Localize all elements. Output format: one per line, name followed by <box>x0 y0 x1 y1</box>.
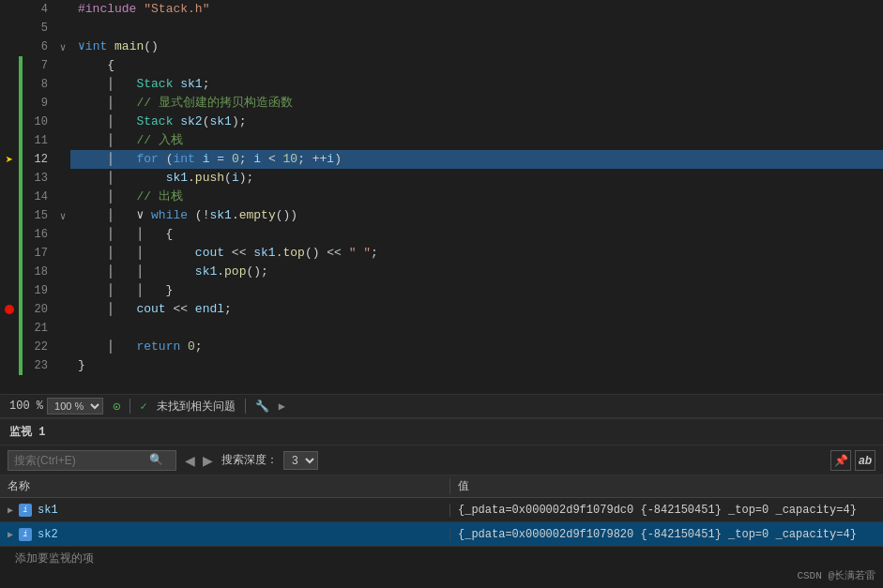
code-line-20: │ cout << endl; <box>70 300 883 319</box>
line-num-21: 21 <box>23 319 55 338</box>
line-num-6: 6 <box>23 38 55 56</box>
breakpoint-dot[interactable] <box>5 305 14 314</box>
line-num-11: 11 <box>23 131 55 150</box>
no-issues-label: 未找到相关问题 <box>157 399 236 415</box>
fi-13 <box>55 169 70 188</box>
code-line-15: │ ∨ while (!sk1.empty()) <box>70 206 883 225</box>
code-line-18: │ │ sk1.pop(); <box>70 263 883 281</box>
line-num-8: 8 <box>23 75 55 94</box>
fi-8 <box>55 75 70 94</box>
watch-item-name-sk1: sk1 <box>38 504 58 517</box>
line-num-16: 16 <box>23 225 55 244</box>
code-line-19: │ │ } <box>70 281 883 300</box>
code-line-16: │ │ { <box>70 225 883 244</box>
line-num-20: 20 <box>23 300 55 319</box>
code-line-11: │ // 入栈 <box>70 131 883 150</box>
line-num-12: 12 <box>23 150 55 169</box>
zoom-value: 100 % <box>9 400 43 413</box>
sidebar-line-19 <box>0 281 19 300</box>
depth-label: 搜索深度： <box>221 452 278 468</box>
code-line-22: │ return 0; <box>70 338 883 356</box>
line-num-22: 22 <box>23 338 55 356</box>
sidebar-line-18 <box>0 263 19 281</box>
expand-arrow-sk2[interactable]: ▶ <box>8 529 13 540</box>
sidebar-line-15 <box>0 206 19 225</box>
watch-col-name: 名称 <box>0 478 450 494</box>
line-num-4: 4 <box>23 0 55 19</box>
fold-indicators: ∨ ∨ <box>55 0 70 394</box>
fi-15[interactable]: ∨ <box>55 206 70 225</box>
code-lines[interactable]: #include "Stack.h" ∨int main() { │ Stack… <box>70 0 883 394</box>
status-divider2 <box>245 399 246 414</box>
sidebar-line-23 <box>0 356 19 375</box>
fi-22 <box>55 338 70 356</box>
line-num-9: 9 <box>23 94 55 113</box>
object-icon-sk1: i <box>19 504 32 517</box>
sidebar-line-12: ➤ <box>0 150 19 169</box>
line-num-7: 7 <box>23 56 55 75</box>
line-num-19: 19 <box>23 281 55 300</box>
sidebar-line-5 <box>0 19 19 38</box>
format-button[interactable]: ab <box>855 450 875 471</box>
code-line-12: │ for (int i = 0; i < 10; ++i) <box>70 150 883 169</box>
search-box: 🔍 <box>8 450 176 471</box>
code-line-5 <box>70 19 883 38</box>
line-num-10: 10 <box>23 113 55 131</box>
fi-9 <box>55 94 70 113</box>
zoom-dropdown[interactable]: 100 % <box>47 398 103 415</box>
watch-item-name-sk2: sk2 <box>38 528 58 541</box>
line-num-15: 15 <box>23 206 55 225</box>
status-bar: 100 % 100 % ⊙ ✓ 未找到相关问题 🔧 ▶ <box>0 394 883 417</box>
line-numbers: 4 5 6 7 8 9 10 11 12 13 14 15 16 17 18 1… <box>23 0 55 394</box>
line-num-18: 18 <box>23 263 55 281</box>
fi-20 <box>55 300 70 319</box>
pin-button[interactable]: 📌 <box>830 450 851 471</box>
nav-prev-button[interactable]: ◀ <box>182 453 198 468</box>
sidebar-line-16 <box>0 225 19 244</box>
fi-5 <box>55 19 70 38</box>
code-line-23: } <box>70 356 883 375</box>
tools-icon[interactable]: 🔧 <box>255 400 269 414</box>
watch-title: 监视 1 <box>9 424 45 440</box>
status-divider <box>129 399 130 414</box>
add-watch-label: 添加要监视的项 <box>15 550 94 566</box>
fi-7 <box>55 56 70 75</box>
nav-next-button[interactable]: ▶ <box>200 453 216 468</box>
zoom-control: 100 % 100 % <box>9 398 103 415</box>
fi-19 <box>55 281 70 300</box>
fi-14 <box>55 188 70 206</box>
app-container: ➤ <box>0 0 883 588</box>
code-line-21 <box>70 319 883 338</box>
debug-sphere-icon: ⊙ <box>113 399 120 415</box>
fi-12 <box>55 150 70 169</box>
fi-21 <box>55 319 70 338</box>
add-watch-row[interactable]: 添加要监视的项 <box>0 547 883 569</box>
fi-23 <box>55 356 70 375</box>
line-num-17: 17 <box>23 244 55 263</box>
code-line-9: │ // 显式创建的拷贝构造函数 <box>70 94 883 113</box>
fi-11 <box>55 131 70 150</box>
watch-cell-value-sk1: {_pdata=0x000002d9f1079dc0 {-842150451} … <box>450 504 883 517</box>
sidebar-line-21 <box>0 319 19 338</box>
watch-header: 名称 值 <box>0 475 883 498</box>
sidebar-line-22 <box>0 338 19 356</box>
watch-cell-name-sk2: ▶ i sk2 <box>0 528 450 541</box>
code-line-6: ∨int main() <box>70 38 883 56</box>
fi-17 <box>55 244 70 263</box>
sidebar-line-8 <box>0 75 19 94</box>
sidebar-line-7 <box>0 56 19 75</box>
watch-row-sk1[interactable]: ▶ i sk1 {_pdata=0x000002d9f1079dc0 {-842… <box>0 498 883 522</box>
watch-row-sk2[interactable]: ▶ i sk2 {_pdata=0x000002d9f1079820 {-842… <box>0 522 883 547</box>
watch-table: 名称 值 ▶ i sk1 {_pdata=0x000002d9f1079dc0 … <box>0 475 883 583</box>
arrow-right-icon: ▶ <box>279 400 285 414</box>
fi-6[interactable]: ∨ <box>55 38 70 56</box>
sidebar-line-6 <box>0 38 19 56</box>
code-editor: ➤ <box>0 0 883 394</box>
expand-arrow-sk1[interactable]: ▶ <box>8 505 13 516</box>
depth-select[interactable]: 3 1 2 4 5 <box>283 451 318 470</box>
debug-sidebar: ➤ <box>0 0 19 394</box>
line-num-13: 13 <box>23 169 55 188</box>
search-input[interactable] <box>14 454 145 467</box>
fi-10 <box>55 113 70 131</box>
sidebar-line-20 <box>0 300 19 319</box>
